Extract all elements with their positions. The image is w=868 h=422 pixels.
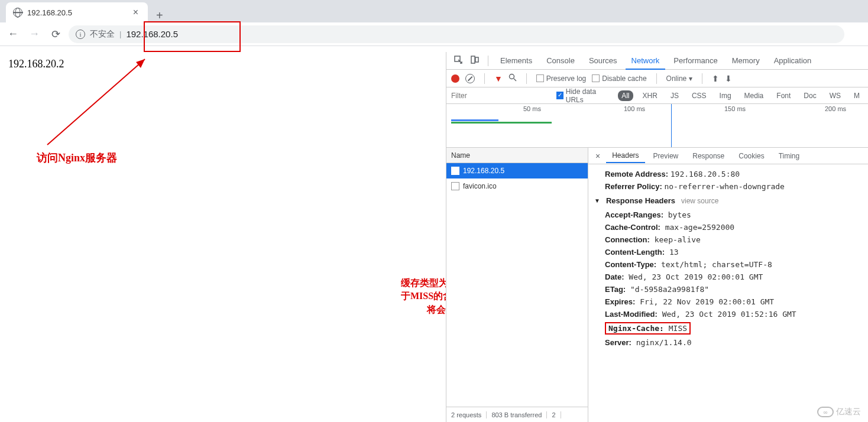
tab-sources[interactable]: Sources <box>583 53 623 69</box>
reload-button[interactable]: ⟳ <box>47 26 64 43</box>
tab-response[interactable]: Response <box>686 150 730 163</box>
back-button[interactable]: ← <box>5 26 21 43</box>
header-line: Expires: Fri, 22 Nov 2019 02:00:01 GMT <box>594 296 862 308</box>
filter-img[interactable]: Img <box>716 90 735 101</box>
request-row[interactable]: favicon.ico <box>446 178 588 194</box>
info-icon[interactable]: i <box>76 30 85 39</box>
request-name: favicon.ico <box>463 182 497 190</box>
filter-xhr[interactable]: XHR <box>639 90 661 101</box>
filter-doc[interactable]: Doc <box>800 90 820 101</box>
clear-button[interactable] <box>465 74 475 83</box>
upload-icon[interactable]: ⬆ <box>712 74 719 83</box>
header-line: Nginx-Cache: MISS <box>594 320 862 336</box>
timeline-tick: 100 ms <box>624 105 645 112</box>
tab-headers[interactable]: Headers <box>606 149 644 163</box>
network-content: Name 192.168.20.5 favicon.ico 2 requests… <box>446 148 868 422</box>
header-line: Last-Modified: Wed, 23 Oct 2019 01:52:16… <box>594 308 862 320</box>
tab-preview[interactable]: Preview <box>647 150 685 163</box>
security-label: 不安全 <box>90 29 115 40</box>
request-list: Name 192.168.20.5 favicon.ico 2 requests… <box>446 148 588 422</box>
url-bar: ← → ⟳ i 不安全 | 192.168.20.5 <box>0 22 868 46</box>
status-transferred: 803 B transferred <box>487 411 547 418</box>
close-icon[interactable]: × <box>131 7 141 18</box>
page-body-text: 192.168.20.2 <box>8 58 64 70</box>
header-line: Server: nginx/1.14.0 <box>594 336 862 349</box>
request-name: 192.168.20.5 <box>463 167 504 175</box>
timeline[interactable]: 50 ms 100 ms 150 ms 200 ms <box>446 104 868 148</box>
svg-rect-5 <box>471 56 475 63</box>
tab-cookies[interactable]: Cookies <box>733 150 770 163</box>
preserve-log-checkbox[interactable]: Preserve log <box>536 74 586 83</box>
svg-point-7 <box>509 74 514 79</box>
svg-line-8 <box>514 79 516 81</box>
separator <box>656 73 657 84</box>
headers-body[interactable]: Remote Address: 192.168.20.5:80 Referrer… <box>588 164 868 422</box>
status-bar: 2 requests 803 B transferred 2 <box>446 407 588 422</box>
tab-elements[interactable]: Elements <box>494 53 538 69</box>
device-icon[interactable] <box>468 53 482 69</box>
browser-tab[interactable]: 192.168.20.5 × <box>6 2 148 22</box>
detail-tab-bar: × Headers Preview Response Cookies Timin… <box>588 148 868 164</box>
separator <box>484 73 485 84</box>
request-detail: × Headers Preview Response Cookies Timin… <box>588 148 868 422</box>
status-extra: 2 <box>547 411 561 418</box>
new-tab-button[interactable]: + <box>148 9 171 22</box>
header-line: Referrer Policy: no-referrer-when-downgr… <box>594 180 862 193</box>
svg-rect-6 <box>475 57 478 62</box>
filter-css[interactable]: CSS <box>688 90 710 101</box>
filter-all[interactable]: All <box>618 90 633 101</box>
header-line: Accept-Ranges: bytes <box>594 209 862 221</box>
filter-icon[interactable]: ▼ <box>494 74 503 83</box>
status-requests: 2 requests <box>446 411 487 418</box>
disable-cache-checkbox[interactable]: Disable cache <box>592 74 646 83</box>
timeline-tick: 50 ms <box>523 105 541 112</box>
close-icon[interactable]: × <box>592 151 604 161</box>
throttling-select[interactable]: Online▾ <box>666 74 693 83</box>
watermark-text: 亿速云 <box>836 407 861 417</box>
annotation-text-left: 访问Nginx服务器 <box>37 151 117 165</box>
filter-media[interactable]: Media <box>741 90 767 101</box>
forward-button[interactable]: → <box>26 26 43 43</box>
filter-js[interactable]: JS <box>667 90 682 101</box>
filter-ws[interactable]: WS <box>826 90 844 101</box>
timeline-tick: 150 ms <box>724 105 746 112</box>
separator <box>702 73 702 84</box>
separator <box>526 73 527 84</box>
devtools-tab-bar: Elements Console Sources Network Perform… <box>446 52 868 70</box>
divider: | <box>119 30 121 38</box>
header-line: Connection: keep-alive <box>594 233 862 246</box>
hide-data-urls-checkbox[interactable]: Hide data URLs <box>556 87 613 104</box>
filter-row: Hide data URLs All XHR JS CSS Img Media … <box>446 87 868 104</box>
header-line: Content-Type: text/html; charset=UTF-8 <box>594 258 862 271</box>
name-column-header[interactable]: Name <box>446 148 588 163</box>
browser-tab-bar: 192.168.20.5 × + <box>0 0 868 22</box>
header-line: Cache-Control: max-age=2592000 <box>594 221 862 233</box>
tab-title: 192.168.20.5 <box>27 8 131 17</box>
document-icon <box>451 167 459 175</box>
record-button[interactable] <box>451 74 459 83</box>
search-icon[interactable] <box>509 73 517 83</box>
timeline-tick: 200 ms <box>825 105 846 112</box>
watermark-icon: ∞ <box>817 407 834 417</box>
devtools-panel: Elements Console Sources Network Perform… <box>446 52 868 422</box>
filter-input[interactable] <box>451 92 550 100</box>
tab-console[interactable]: Console <box>540 53 581 69</box>
filter-manifest[interactable]: M <box>850 90 863 101</box>
inspect-icon[interactable] <box>451 53 465 69</box>
tab-application[interactable]: Application <box>768 53 818 69</box>
tab-performance[interactable]: Performance <box>668 53 723 69</box>
tab-network[interactable]: Network <box>626 53 666 70</box>
document-icon <box>451 182 459 190</box>
tab-timing[interactable]: Timing <box>773 150 806 163</box>
response-headers-section[interactable]: ▼Response Headersview source <box>594 193 862 209</box>
annotation-box-nginx-cache: Nginx-Cache: MISS <box>605 322 691 335</box>
header-line: Remote Address: 192.168.20.5:80 <box>594 168 862 180</box>
separator <box>488 56 488 66</box>
header-line: Date: Wed, 23 Oct 2019 02:00:01 GMT <box>594 271 862 283</box>
filter-font[interactable]: Font <box>773 90 794 101</box>
download-icon[interactable]: ⬇ <box>725 74 732 83</box>
request-row[interactable]: 192.168.20.5 <box>446 163 588 178</box>
network-toolbar: ▼ Preserve log Disable cache Online▾ ⬆ ⬇ <box>446 70 868 87</box>
tab-memory[interactable]: Memory <box>726 53 766 69</box>
watermark: ∞ 亿速云 <box>817 407 861 417</box>
